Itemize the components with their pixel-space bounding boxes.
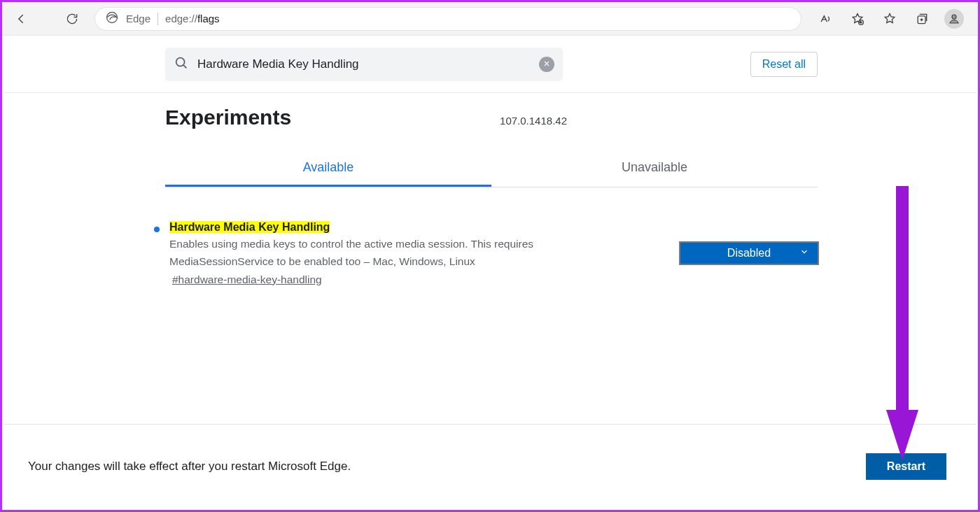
close-icon: [542, 58, 551, 71]
add-favorite-icon[interactable]: [842, 5, 873, 33]
tab-unavailable[interactable]: Unavailable: [491, 150, 818, 187]
url-prefix: edge://: [165, 13, 197, 24]
browser-label: Edge: [126, 13, 150, 24]
search-box[interactable]: [165, 48, 563, 81]
url-suffix: flags: [197, 13, 220, 24]
collections-icon[interactable]: [906, 5, 937, 33]
toolbar-right: [810, 5, 972, 33]
page-title: Experiments: [165, 106, 291, 129]
svg-point-4: [176, 58, 185, 66]
back-button[interactable]: [8, 5, 36, 33]
svg-point-3: [952, 15, 956, 19]
tab-available[interactable]: Available: [165, 150, 491, 187]
title-row: Experiments 107.0.1418.42: [165, 93, 818, 132]
flags-page: Reset all Experiments 107.0.1418.42 Avai…: [4, 38, 976, 508]
chevron-down-icon: [799, 247, 809, 259]
edge-logo-icon: [105, 10, 119, 27]
profile-button[interactable]: [939, 5, 969, 33]
search-icon: [174, 55, 189, 73]
separator: [158, 13, 158, 25]
flag-hash-link[interactable]: #hardware-media-key-handling: [172, 273, 322, 286]
restart-footer: Your changes will take effect after you …: [4, 424, 976, 508]
refresh-button[interactable]: [58, 5, 86, 33]
favorites-icon[interactable]: [874, 5, 905, 33]
select-value: Disabled: [727, 247, 771, 259]
read-aloud-icon[interactable]: [810, 5, 841, 33]
avatar-icon: [944, 9, 964, 29]
address-bar[interactable]: Edge edge://flags: [94, 7, 802, 31]
clear-search-button[interactable]: [539, 57, 554, 72]
restart-button[interactable]: Restart: [866, 453, 946, 480]
version-label: 107.0.1418.42: [500, 115, 567, 129]
modified-indicator-icon: [154, 227, 160, 232]
browser-toolbar: Edge edge://flags: [2, 2, 978, 36]
flag-item: Hardware Media Key Handling Enables usin…: [154, 221, 819, 286]
restart-message: Your changes will take effect after you …: [28, 460, 351, 474]
annotation-arrow-icon: [885, 186, 920, 462]
flag-state-select[interactable]: Disabled: [679, 241, 819, 265]
search-row: Reset all: [165, 38, 818, 92]
tab-bar: Available Unavailable: [165, 150, 818, 187]
search-input[interactable]: [197, 57, 531, 71]
reset-all-button[interactable]: Reset all: [750, 52, 818, 77]
flag-title: Hardware Media Key Handling: [169, 221, 330, 234]
flag-description: Enables using media keys to control the …: [169, 236, 582, 271]
